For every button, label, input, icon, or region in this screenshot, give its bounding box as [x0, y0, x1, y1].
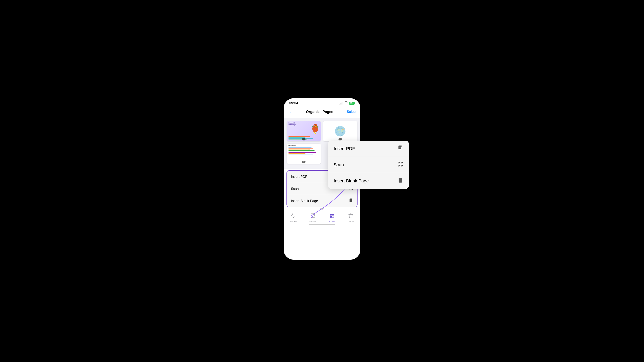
- signal-bars-icon: [340, 102, 343, 104]
- svg-point-20: [341, 129, 343, 132]
- inline-insert-pdf-label: Insert PDF: [291, 175, 307, 179]
- callout-dropdown-panel: Insert PDF Scan: [328, 141, 409, 189]
- extract-label: Extract: [310, 220, 316, 223]
- callout-insert-pdf-label: Insert PDF: [334, 146, 355, 151]
- time-display: 09:54: [289, 101, 298, 105]
- toolbar-rotate[interactable]: Rotate: [288, 212, 299, 224]
- wifi-icon: [344, 101, 348, 105]
- page-thumb-2[interactable]: 2: [323, 121, 357, 141]
- svg-point-21: [338, 132, 340, 133]
- svg-rect-32: [350, 199, 352, 202]
- dropdown-arrow: [284, 208, 360, 210]
- globe-icon: [334, 125, 346, 137]
- svg-point-10: [346, 103, 346, 104]
- insert-icon: [329, 213, 334, 220]
- callout-insert-blank[interactable]: Insert Blank Page: [328, 173, 409, 189]
- extract-icon: [310, 213, 316, 220]
- inline-insert-blank-icon: [349, 198, 353, 204]
- page-number-2: 2: [338, 138, 342, 140]
- svg-rect-5: [401, 162, 402, 163]
- svg-rect-9: [399, 178, 402, 182]
- delete-label: Delete: [348, 220, 354, 223]
- status-bar: 09:54 5G+: [284, 98, 360, 107]
- callout-scan[interactable]: Scan: [328, 157, 409, 173]
- status-icons: 5G+: [340, 101, 355, 105]
- callout-insert-pdf-icon: [398, 145, 403, 152]
- svg-rect-4: [398, 162, 400, 163]
- svg-point-22: [342, 128, 344, 130]
- toolbar-extract[interactable]: Extract: [307, 212, 319, 224]
- svg-rect-29: [349, 189, 350, 190]
- callout-scan-label: Scan: [334, 162, 344, 167]
- svg-rect-1: [401, 145, 402, 147]
- toolbar-items: Rotate Extract: [284, 212, 360, 224]
- callout-insert-blank-icon: [398, 177, 403, 184]
- back-button[interactable]: ‹: [288, 108, 292, 115]
- toolbar-delete[interactable]: Delete: [345, 212, 356, 224]
- parrot-icon: [311, 123, 320, 134]
- page-thumb-3[interactable]: DATA ANALYSIS 3: [287, 144, 321, 164]
- scene: Insert PDF Scan: [251, 98, 393, 264]
- page-thumb-1[interactable]: Essentialsof Ecology: [287, 121, 321, 141]
- svg-rect-37: [332, 214, 334, 216]
- svg-rect-7: [401, 165, 402, 166]
- select-button[interactable]: Select: [347, 110, 356, 114]
- page-number-3: 3: [302, 161, 306, 163]
- inline-scan-label: Scan: [291, 187, 299, 191]
- nav-bar: ‹ Organize Pages Select: [284, 107, 360, 118]
- insert-label: Insert: [329, 220, 335, 223]
- svg-rect-38: [330, 216, 332, 218]
- delete-icon: [348, 213, 353, 220]
- svg-point-15: [314, 125, 315, 126]
- callout-insert-blank-label: Insert Blank Page: [334, 178, 369, 184]
- svg-point-19: [337, 129, 340, 131]
- inline-insert-blank[interactable]: Insert Blank Page: [287, 195, 357, 207]
- battery-badge: 5G+: [349, 102, 355, 105]
- callout-scan-icon: [398, 161, 403, 168]
- data-analysis-title: DATA ANALYSIS: [288, 145, 319, 146]
- rotate-label: Rotate: [290, 220, 296, 223]
- svg-rect-30: [352, 189, 353, 190]
- svg-rect-36: [330, 214, 332, 216]
- svg-marker-33: [320, 208, 324, 210]
- callout-insert-pdf[interactable]: Insert PDF: [328, 141, 409, 157]
- page-title: Organize Pages: [306, 110, 333, 114]
- page-number-1: 1: [302, 138, 306, 140]
- inline-insert-blank-label: Insert Blank Page: [291, 199, 318, 203]
- bottom-toolbar: Rotate Extract: [284, 210, 360, 229]
- rotate-icon: [291, 213, 296, 220]
- toolbar-insert[interactable]: Insert: [327, 212, 337, 224]
- svg-rect-6: [398, 165, 400, 166]
- home-indicator: [309, 224, 335, 225]
